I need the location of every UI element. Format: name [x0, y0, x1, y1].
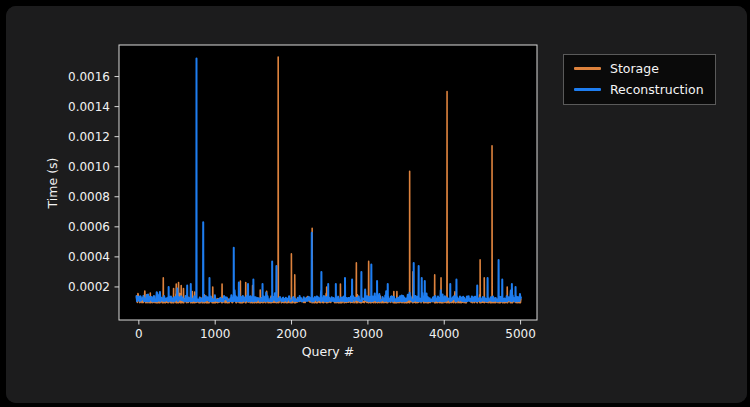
y-tick-label: 0.0010 — [68, 160, 110, 174]
x-tick-label: 3000 — [353, 327, 384, 341]
y-tick-label: 0.0008 — [68, 190, 110, 204]
app-window: 0.00020.00040.00060.00080.00100.00120.00… — [6, 6, 747, 403]
y-tick-label: 0.0014 — [68, 100, 110, 114]
legend-item-reconstruction: Reconstruction — [574, 83, 704, 97]
y-tick-label: 0.0002 — [68, 280, 110, 294]
y-tick-label: 0.0012 — [68, 130, 110, 144]
y-axis-label: Time (s) — [45, 158, 60, 209]
x-tick-label: 1000 — [200, 327, 231, 341]
x-tick-label: 0 — [135, 327, 143, 341]
plot-background — [119, 45, 537, 320]
legend: Storage Reconstruction — [563, 54, 716, 105]
y-tick-label: 0.0016 — [68, 70, 110, 84]
y-tick-label: 0.0004 — [68, 250, 110, 264]
x-tick-label: 5000 — [505, 327, 536, 341]
x-tick-label: 2000 — [276, 327, 307, 341]
legend-item-storage: Storage — [574, 62, 704, 76]
storage-line-swatch — [574, 67, 601, 70]
reconstruction-line-swatch — [574, 88, 601, 91]
legend-label-reconstruction: Reconstruction — [610, 83, 704, 97]
legend-label-storage: Storage — [610, 62, 659, 76]
x-tick-label: 4000 — [429, 327, 460, 341]
y-tick-label: 0.0006 — [68, 220, 110, 234]
x-axis-label: Query # — [302, 344, 354, 359]
